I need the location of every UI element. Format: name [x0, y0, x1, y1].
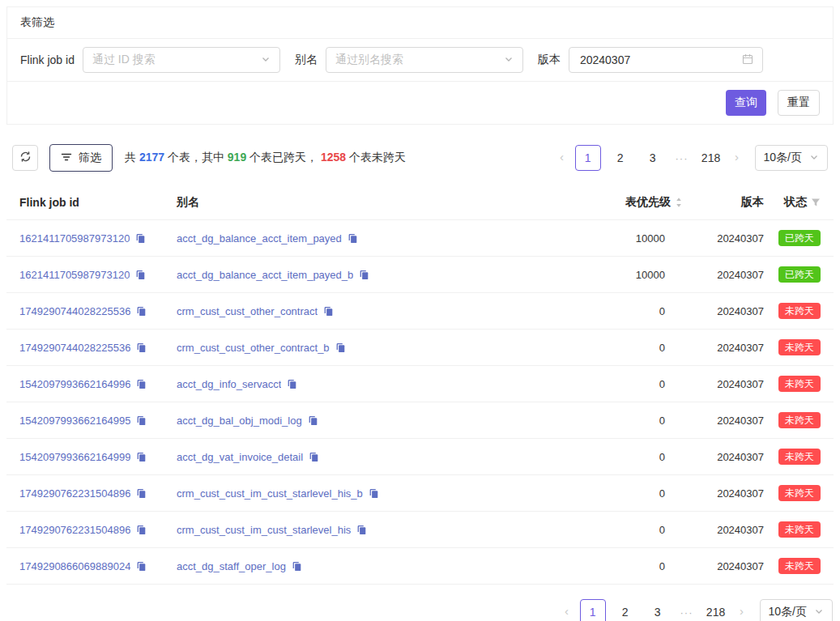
version-cell: 20240307	[683, 342, 764, 354]
copy-icon[interactable]	[335, 342, 346, 353]
table-row: 1542097993662164996acct_dg_info_servacct…	[6, 366, 834, 402]
flink-job-id-field: Flink job id 通过 ID 搜索	[20, 47, 280, 73]
prev-page-button[interactable]: ‹	[552, 145, 572, 171]
page-button-2[interactable]: 2	[608, 145, 633, 171]
next-page-button[interactable]: ›	[732, 599, 752, 621]
job-id-cell: 1749290866069889024	[19, 560, 177, 572]
pagination: ‹123···218›10条/页	[552, 145, 828, 171]
chevron-down-icon	[504, 53, 514, 66]
alias-link[interactable]: acct_dg_balance_acct_item_payed	[177, 232, 342, 245]
version-date-input-box	[569, 47, 763, 73]
job-id-link[interactable]: 1749290762231504896	[19, 487, 130, 500]
version-cell: 20240307	[683, 415, 764, 427]
job-id-link[interactable]: 1749290762231504896	[19, 524, 130, 536]
summary-text: 个表，其中	[164, 151, 228, 164]
alias-cell: crm_cust_cust_other_contract_b	[177, 342, 537, 354]
status-badge: 未跨天	[778, 303, 821, 319]
copy-icon[interactable]	[359, 270, 369, 280]
status-cell: 已跨天	[764, 230, 821, 246]
priority-cell: 10000	[537, 232, 683, 245]
copy-icon[interactable]	[136, 415, 147, 426]
table-row: 1749290866069889024acct_dg_staff_oper_lo…	[6, 548, 834, 585]
copy-icon[interactable]	[136, 525, 147, 535]
copy-icon[interactable]	[348, 233, 358, 244]
alias-link[interactable]: acct_dg_balance_acct_item_payed_b	[177, 269, 353, 281]
copy-icon[interactable]	[369, 488, 379, 499]
status-badge: 已跨天	[778, 266, 821, 283]
calendar-icon[interactable]	[742, 53, 753, 67]
copy-icon[interactable]	[287, 379, 297, 389]
alias-label: 别名	[295, 53, 318, 67]
copy-icon[interactable]	[135, 233, 146, 244]
status-badge: 未跨天	[778, 376, 821, 392]
status-badge: 未跨天	[778, 412, 821, 428]
job-id-link[interactable]: 1749290744028225536	[19, 305, 130, 317]
copy-icon[interactable]	[323, 306, 334, 317]
copy-icon[interactable]	[136, 379, 147, 389]
column-header-priority[interactable]: 表优先级	[537, 195, 683, 210]
page-button-3[interactable]: 3	[645, 599, 671, 621]
alias-link[interactable]: crm_cust_cust_im_cust_starlevel_his	[177, 524, 351, 536]
column-header-version: 版本	[683, 195, 764, 210]
alias-select[interactable]: 通过别名搜索	[326, 47, 523, 73]
page-size-select[interactable]: 10条/页	[755, 145, 828, 171]
next-page-button[interactable]: ›	[727, 145, 747, 171]
version-cell: 20240307	[683, 451, 764, 463]
filter-toggle-button[interactable]: 筛选	[49, 144, 113, 172]
alias-cell: acct_dg_balance_acct_item_payed_b	[177, 269, 537, 281]
alias-link[interactable]: acct_dg_staff_oper_log	[177, 560, 286, 572]
copy-icon[interactable]	[308, 415, 318, 426]
copy-icon[interactable]	[292, 561, 302, 572]
copy-icon[interactable]	[136, 342, 147, 353]
job-id-cell: 1621411705987973120	[19, 269, 177, 281]
priority-cell: 10000	[537, 269, 683, 281]
page-size-select[interactable]: 10条/页	[760, 599, 833, 621]
alias-link[interactable]: crm_cust_cust_other_contract	[177, 305, 318, 317]
funnel-filter-icon[interactable]	[811, 198, 821, 207]
copy-icon[interactable]	[136, 306, 147, 317]
status-badge: 未跨天	[778, 558, 821, 574]
copy-icon[interactable]	[356, 525, 367, 535]
chevron-down-icon	[261, 53, 271, 66]
alias-link[interactable]: acct_dg_vat_invoice_detail	[177, 451, 303, 463]
prev-page-button[interactable]: ‹	[557, 599, 577, 621]
page-button-3[interactable]: 3	[640, 145, 666, 171]
alias-link[interactable]: acct_dg_bal_obj_modi_log	[177, 415, 302, 427]
query-button[interactable]: 查询	[726, 90, 766, 116]
chevron-down-icon	[809, 151, 819, 164]
version-cell: 20240307	[683, 305, 764, 317]
refresh-button[interactable]	[12, 145, 38, 171]
copy-icon[interactable]	[136, 561, 147, 572]
job-id-link[interactable]: 1749290866069889024	[19, 560, 130, 572]
version-cell: 20240307	[683, 560, 764, 572]
job-id-link[interactable]: 1542097993662164995	[19, 415, 130, 427]
alias-link[interactable]: crm_cust_cust_other_contract_b	[177, 342, 330, 354]
version-date-input[interactable]	[578, 53, 742, 67]
copy-icon[interactable]	[136, 452, 147, 462]
flink-job-id-select[interactable]: 通过 ID 搜索	[83, 47, 280, 73]
job-id-link[interactable]: 1621411705987973120	[19, 232, 130, 245]
priority-cell: 0	[537, 378, 683, 390]
alias-link[interactable]: crm_cust_cust_im_cust_starlevel_his_b	[177, 487, 363, 500]
page-button-2[interactable]: 2	[612, 599, 638, 621]
job-id-cell: 1749290762231504896	[19, 524, 177, 536]
page-button-218[interactable]: 218	[698, 145, 724, 171]
alias-link[interactable]: acct_dg_info_servacct	[177, 378, 281, 390]
job-id-link[interactable]: 1542097993662164996	[19, 378, 130, 390]
reset-button[interactable]: 重置	[778, 90, 820, 116]
priority-cell: 0	[537, 560, 683, 572]
alias-cell: acct_dg_info_servacct	[177, 378, 537, 390]
copy-icon[interactable]	[309, 452, 319, 462]
copy-icon[interactable]	[135, 270, 146, 280]
copy-icon[interactable]	[136, 488, 147, 499]
sort-icon[interactable]	[675, 197, 683, 208]
column-header-status[interactable]: 状态	[764, 195, 821, 210]
job-id-link[interactable]: 1621411705987973120	[19, 269, 130, 281]
page-button-1[interactable]: 1	[575, 145, 601, 171]
job-id-link[interactable]: 1542097993662164999	[19, 451, 130, 463]
page-button-1[interactable]: 1	[580, 599, 606, 621]
job-id-link[interactable]: 1749290744028225536	[19, 342, 130, 354]
page-button-218[interactable]: 218	[703, 599, 729, 621]
pagination-ellipsis: ···	[676, 606, 698, 619]
alias-cell: crm_cust_cust_other_contract	[177, 305, 537, 317]
